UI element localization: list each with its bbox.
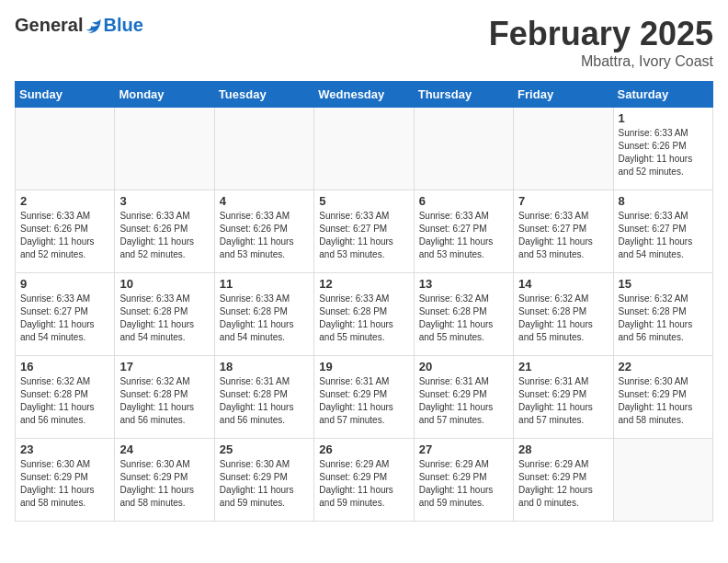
calendar-cell [613,439,712,522]
calendar-cell: 9Sunrise: 6:33 AM Sunset: 6:27 PM Daylig… [16,273,115,356]
day-number: 4 [220,194,309,208]
day-number: 13 [419,277,508,291]
day-info: Sunrise: 6:29 AM Sunset: 6:29 PM Dayligh… [319,458,408,510]
day-info: Sunrise: 6:31 AM Sunset: 6:29 PM Dayligh… [319,375,408,427]
day-number: 5 [319,194,408,208]
day-info: Sunrise: 6:33 AM Sunset: 6:27 PM Dayligh… [518,210,608,261]
day-number: 17 [119,360,209,373]
day-of-week-header: Wednesday [314,82,414,108]
day-info: Sunrise: 6:33 AM Sunset: 6:26 PM Dayligh… [619,127,708,178]
calendar-cell [16,108,115,190]
calendar-cell: 18Sunrise: 6:31 AM Sunset: 6:28 PM Dayli… [214,356,313,439]
day-info: Sunrise: 6:30 AM Sunset: 6:29 PM Dayligh… [20,458,109,510]
day-info: Sunrise: 6:31 AM Sunset: 6:28 PM Dayligh… [220,375,309,427]
calendar-cell: 4Sunrise: 6:33 AM Sunset: 6:26 PM Daylig… [214,190,313,273]
calendar-cell: 23Sunrise: 6:30 AM Sunset: 6:29 PM Dayli… [16,439,115,522]
calendar-subtitle: Mbattra, Ivory Coast [489,53,713,70]
day-number: 26 [319,442,408,456]
day-number: 21 [518,360,608,373]
day-info: Sunrise: 6:33 AM Sunset: 6:27 PM Dayligh… [619,210,708,261]
day-info: Sunrise: 6:33 AM Sunset: 6:26 PM Dayligh… [220,210,309,261]
calendar-table: SundayMondayTuesdayWednesdayThursdayFrid… [15,81,713,522]
day-info: Sunrise: 6:33 AM Sunset: 6:27 PM Dayligh… [319,210,408,261]
calendar-cell: 12Sunrise: 6:33 AM Sunset: 6:28 PM Dayli… [314,273,414,356]
day-number: 16 [20,360,109,373]
day-info: Sunrise: 6:31 AM Sunset: 6:29 PM Dayligh… [419,375,508,427]
calendar-cell: 7Sunrise: 6:33 AM Sunset: 6:27 PM Daylig… [514,190,613,273]
day-number: 6 [419,194,508,208]
day-number: 18 [220,360,309,373]
day-info: Sunrise: 6:33 AM Sunset: 6:28 PM Dayligh… [119,293,209,344]
calendar-cell: 11Sunrise: 6:33 AM Sunset: 6:28 PM Dayli… [214,273,313,356]
day-number: 24 [119,442,209,456]
day-info: Sunrise: 6:30 AM Sunset: 6:29 PM Dayligh… [619,375,708,427]
week-row: 2Sunrise: 6:33 AM Sunset: 6:26 PM Daylig… [16,190,713,273]
day-number: 2 [20,194,109,208]
day-info: Sunrise: 6:33 AM Sunset: 6:26 PM Dayligh… [119,210,209,261]
day-info: Sunrise: 6:33 AM Sunset: 6:28 PM Dayligh… [319,293,408,344]
day-number: 12 [319,277,408,291]
day-number: 9 [20,277,109,291]
calendar-cell: 2Sunrise: 6:33 AM Sunset: 6:26 PM Daylig… [16,190,115,273]
calendar-cell [514,108,613,190]
day-number: 27 [419,442,508,456]
day-info: Sunrise: 6:30 AM Sunset: 6:29 PM Dayligh… [119,458,209,510]
week-row: 1Sunrise: 6:33 AM Sunset: 6:26 PM Daylig… [16,108,713,190]
day-of-week-header: Saturday [613,82,712,108]
day-number: 28 [518,442,608,456]
day-number: 10 [119,277,209,291]
calendar-cell: 27Sunrise: 6:29 AM Sunset: 6:29 PM Dayli… [414,439,513,522]
day-info: Sunrise: 6:33 AM Sunset: 6:27 PM Dayligh… [20,293,109,344]
calendar-cell: 20Sunrise: 6:31 AM Sunset: 6:29 PM Dayli… [414,356,513,439]
day-number: 20 [419,360,508,373]
day-number: 22 [619,360,708,373]
day-number: 8 [619,194,708,208]
calendar-cell: 21Sunrise: 6:31 AM Sunset: 6:29 PM Dayli… [514,356,613,439]
day-number: 7 [518,194,608,208]
calendar-cell: 3Sunrise: 6:33 AM Sunset: 6:26 PM Daylig… [115,190,214,273]
calendar-cell: 19Sunrise: 6:31 AM Sunset: 6:29 PM Dayli… [314,356,414,439]
day-info: Sunrise: 6:29 AM Sunset: 6:29 PM Dayligh… [518,458,608,510]
day-number: 19 [319,360,408,373]
calendar-cell: 13Sunrise: 6:32 AM Sunset: 6:28 PM Dayli… [414,273,513,356]
day-info: Sunrise: 6:33 AM Sunset: 6:27 PM Dayligh… [419,210,508,261]
calendar-cell: 1Sunrise: 6:33 AM Sunset: 6:26 PM Daylig… [613,108,712,190]
calendar-cell: 24Sunrise: 6:30 AM Sunset: 6:29 PM Dayli… [115,439,214,522]
day-info: Sunrise: 6:32 AM Sunset: 6:28 PM Dayligh… [518,293,608,344]
day-info: Sunrise: 6:29 AM Sunset: 6:29 PM Dayligh… [419,458,508,510]
day-number: 25 [220,442,309,456]
calendar-cell: 6Sunrise: 6:33 AM Sunset: 6:27 PM Daylig… [414,190,513,273]
day-info: Sunrise: 6:32 AM Sunset: 6:28 PM Dayligh… [619,293,708,344]
calendar-cell: 14Sunrise: 6:32 AM Sunset: 6:28 PM Dayli… [514,273,613,356]
day-of-week-header: Thursday [414,82,513,108]
day-info: Sunrise: 6:31 AM Sunset: 6:29 PM Dayligh… [518,375,608,427]
page-header: General Blue February 2025 Mbattra, Ivor… [15,15,713,70]
calendar-cell: 17Sunrise: 6:32 AM Sunset: 6:28 PM Dayli… [115,356,214,439]
calendar-cell: 22Sunrise: 6:30 AM Sunset: 6:29 PM Dayli… [613,356,712,439]
calendar-cell: 5Sunrise: 6:33 AM Sunset: 6:27 PM Daylig… [314,190,414,273]
calendar-cell: 26Sunrise: 6:29 AM Sunset: 6:29 PM Dayli… [314,439,414,522]
logo-general-text: General [15,15,83,36]
calendar-cell [214,108,313,190]
calendar-cell: 10Sunrise: 6:33 AM Sunset: 6:28 PM Dayli… [115,273,214,356]
calendar-cell: 28Sunrise: 6:29 AM Sunset: 6:29 PM Dayli… [514,439,613,522]
calendar-cell: 8Sunrise: 6:33 AM Sunset: 6:27 PM Daylig… [613,190,712,273]
logo-blue-text: Blue [103,15,142,36]
title-area: February 2025 Mbattra, Ivory Coast [489,15,713,70]
day-of-week-header: Friday [514,82,613,108]
day-number: 3 [119,194,209,208]
day-of-week-header: Sunday [16,82,115,108]
day-of-week-header: Monday [115,82,214,108]
day-number: 15 [619,277,708,291]
day-info: Sunrise: 6:33 AM Sunset: 6:26 PM Dayligh… [20,210,109,261]
day-number: 1 [619,111,708,125]
week-row: 16Sunrise: 6:32 AM Sunset: 6:28 PM Dayli… [16,356,713,439]
logo: General Blue [15,15,143,36]
calendar-cell [414,108,513,190]
calendar-title: February 2025 [489,15,713,53]
week-row: 9Sunrise: 6:33 AM Sunset: 6:27 PM Daylig… [16,273,713,356]
calendar-cell: 15Sunrise: 6:32 AM Sunset: 6:28 PM Dayli… [613,273,712,356]
week-row: 23Sunrise: 6:30 AM Sunset: 6:29 PM Dayli… [16,439,713,522]
day-info: Sunrise: 6:32 AM Sunset: 6:28 PM Dayligh… [419,293,508,344]
day-info: Sunrise: 6:33 AM Sunset: 6:28 PM Dayligh… [220,293,309,344]
